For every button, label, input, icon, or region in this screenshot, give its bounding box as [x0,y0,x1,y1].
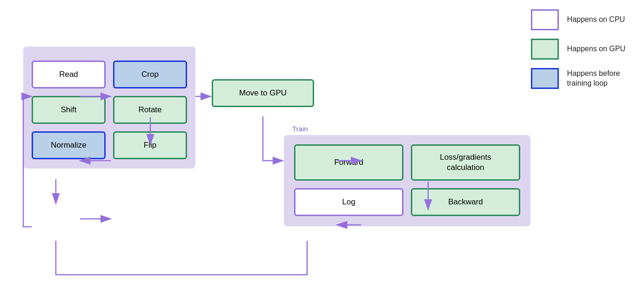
node-backward: Backward [411,188,520,216]
node-log: Log [294,188,403,216]
legend-item-pretrain: Happens beforetraining loop [531,68,625,89]
node-forward: Forward [294,144,403,181]
node-move-to-gpu: Move to GPU [212,79,314,107]
preprocess-section: Read Crop Shift Rotate Normalize Flip [23,47,195,169]
legend-label-pretrain: Happens beforetraining loop [567,69,620,88]
legend-box-cpu [531,9,559,30]
train-grid: Forward Loss/gradientscalculation Log Ba… [294,144,520,216]
legend-label-gpu: Happens on GPU [567,44,625,54]
train-section: Forward Loss/gradientscalculation Log Ba… [284,135,530,226]
node-loss-gradients: Loss/gradientscalculation [411,144,520,181]
node-normalize: Normalize [32,131,106,159]
legend-box-gpu [531,39,559,60]
node-flip: Flip [113,131,187,159]
preprocess-grid: Read Crop Shift Rotate Normalize Flip [32,61,187,159]
node-rotate: Rotate [113,96,187,124]
diagram-container: Happens on CPU Happens on GPU Happens be… [0,0,644,305]
legend: Happens on CPU Happens on GPU Happens be… [531,9,625,89]
legend-box-pretrain [531,68,559,89]
node-crop: Crop [113,61,187,88]
move-to-gpu-label: Move to GPU [212,79,314,107]
node-shift: Shift [32,96,106,124]
legend-item-gpu: Happens on GPU [531,39,625,60]
legend-label-cpu: Happens on CPU [567,15,625,25]
legend-item-cpu: Happens on CPU [531,9,625,30]
train-label: Train [292,125,308,133]
node-read: Read [32,61,106,88]
